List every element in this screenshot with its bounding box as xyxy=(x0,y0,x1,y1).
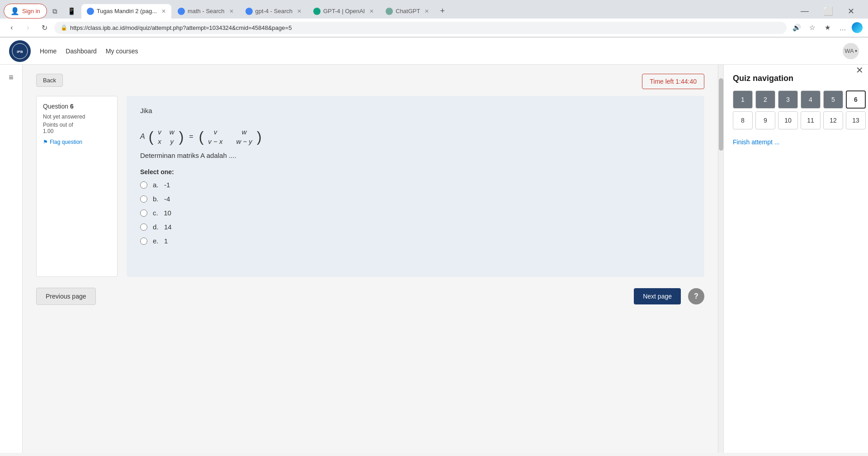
tab-openai-label: GPT-4 | OpenAI xyxy=(323,8,365,14)
nav-q1[interactable]: 1 xyxy=(733,90,753,109)
close-gpt4-tab[interactable]: ✕ xyxy=(297,8,302,14)
matrix-grid-right: v w v − x w − y xyxy=(205,126,255,147)
option-e[interactable]: e. 1 xyxy=(140,237,691,245)
prev-page-button[interactable]: Previous page xyxy=(36,288,96,305)
maximize-button[interactable]: ⬜ xyxy=(817,5,840,18)
nav-my-courses[interactable]: My courses xyxy=(106,48,138,55)
tab-gpt4-label: gpt-4 - Search xyxy=(255,8,292,14)
help-button[interactable]: ? xyxy=(688,288,704,304)
finish-attempt-link[interactable]: Finish attempt ... xyxy=(733,138,779,146)
question-prompt: Determinan matriks A adalah .... xyxy=(140,152,691,159)
close-math-tab[interactable]: ✕ xyxy=(229,8,234,14)
question-number: 6 xyxy=(70,103,74,110)
question-body: Jika A ( v w x y ) xyxy=(127,96,704,277)
question-layout: Question 6 Not yet answered Points out o… xyxy=(36,96,704,277)
tab-chatgpt[interactable]: ChatGPT ✕ xyxy=(380,4,434,19)
nav-home[interactable]: Home xyxy=(40,48,57,55)
tab-bar: 👤 Sign in ⧉ 📱 Tugas Mandiri 2 (pag... ✕ … xyxy=(0,0,868,19)
options-list: a. -1 b. -4 c. 10 d. 14 xyxy=(140,181,691,245)
left-paren-close: ) xyxy=(179,129,184,144)
nav-q6[interactable]: 6 xyxy=(846,90,866,109)
scrollbar-thumb[interactable] xyxy=(719,78,723,151)
gpt4-icon xyxy=(245,8,253,15)
option-a[interactable]: a. -1 xyxy=(140,181,691,189)
close-chatgpt-tab[interactable]: ✕ xyxy=(425,8,429,14)
site-nav: Home Dashboard My courses xyxy=(40,48,138,55)
tab-copy[interactable]: ⧉ xyxy=(48,5,62,18)
collections-icon[interactable]: ★ xyxy=(821,21,834,34)
nav-q2[interactable]: 2 xyxy=(755,90,775,109)
nav-q4[interactable]: 4 xyxy=(801,90,821,109)
nav-q5[interactable]: 5 xyxy=(823,90,843,109)
back-button[interactable]: Back xyxy=(36,74,63,87)
nav-q12[interactable]: 12 xyxy=(823,111,843,129)
cell-v: v xyxy=(158,128,161,136)
content-area: Back Time left 1:44:40 Question 6 Not ye… xyxy=(23,65,718,453)
favorites-icon[interactable]: ☆ xyxy=(806,21,818,34)
back-nav-button[interactable]: ‹ xyxy=(5,21,18,34)
dropdown-icon: ▾ xyxy=(855,48,857,53)
tab-signin[interactable]: 👤 Sign in xyxy=(4,4,47,19)
nav-q10[interactable]: 10 xyxy=(778,111,798,129)
cell-w2: w xyxy=(236,128,252,136)
nav-q9[interactable]: 9 xyxy=(755,111,775,129)
left-paren-open: ( xyxy=(149,129,154,144)
signin-label: Sign in xyxy=(22,8,40,14)
quiz-nav-grid: 1 2 3 4 5 6 7 8 9 10 11 12 13 14 xyxy=(733,90,859,129)
url-text: https://class.ipb.ac.id/mod/quiz/attempt… xyxy=(70,24,780,31)
tab-phone[interactable]: 📱 xyxy=(63,5,80,18)
select-label: Select one: xyxy=(140,168,691,176)
hamburger-icon[interactable]: ≡ xyxy=(5,69,17,86)
toolbar-right: 🔊 ☆ ★ … xyxy=(790,21,863,34)
option-b-label: b. -4 xyxy=(153,195,170,203)
tugas-icon xyxy=(87,8,94,15)
radio-d[interactable] xyxy=(140,223,147,231)
refresh-button[interactable]: ↻ xyxy=(38,21,51,34)
quiz-nav-title: Quiz navigation xyxy=(733,74,859,83)
new-tab-button[interactable]: + xyxy=(435,4,449,19)
tab-math[interactable]: math - Search ✕ xyxy=(172,4,239,19)
radio-a[interactable] xyxy=(140,181,147,189)
read-aloud-icon[interactable]: 🔊 xyxy=(790,21,803,34)
nav-q11[interactable]: 11 xyxy=(801,111,821,129)
close-window-button[interactable]: ✕ xyxy=(841,5,861,18)
nav-q8[interactable]: 8 xyxy=(733,111,753,129)
edge-logo xyxy=(852,22,863,33)
minimize-button[interactable]: — xyxy=(794,5,815,18)
nav-q3[interactable]: 3 xyxy=(778,90,798,109)
user-avatar[interactable]: WA ▾ xyxy=(843,43,859,59)
matrix-A: A xyxy=(140,133,145,141)
cell-vminusx: v − x xyxy=(208,138,222,145)
main-content: ≡ Back Time left 1:44:40 Question 6 Not … xyxy=(0,65,868,453)
close-openai-tab[interactable]: ✕ xyxy=(369,8,374,14)
question-status: Not yet answered xyxy=(43,114,111,120)
option-c-label: c. 10 xyxy=(153,209,171,217)
nav-q13[interactable]: 13 xyxy=(846,111,866,129)
tab-gpt4[interactable]: gpt-4 - Search ✕ xyxy=(240,4,307,19)
tab-tugas[interactable]: Tugas Mandiri 2 (pag... ✕ xyxy=(81,4,171,19)
matrix-left: ( v w x y ) xyxy=(149,126,184,147)
close-tugas-tab[interactable]: ✕ xyxy=(161,8,166,14)
radio-e[interactable] xyxy=(140,238,147,245)
forward-nav-button[interactable]: › xyxy=(22,21,34,34)
quiz-nav-panel: ✕ Quiz navigation 1 2 3 4 5 6 7 8 9 10 1… xyxy=(723,65,868,453)
radio-b[interactable] xyxy=(140,195,147,203)
flag-question-link[interactable]: ⚑ Flag question xyxy=(43,139,111,145)
more-menu-icon[interactable]: … xyxy=(836,21,849,34)
next-page-button[interactable]: Next page xyxy=(634,288,681,304)
sidebar-toggle[interactable]: ≡ xyxy=(0,65,23,453)
cell-x: x xyxy=(158,138,161,145)
radio-c[interactable] xyxy=(140,209,147,217)
site-logo: IPB xyxy=(9,40,31,62)
option-c[interactable]: c. 10 xyxy=(140,209,691,217)
close-nav-panel-button[interactable]: ✕ xyxy=(856,65,863,76)
option-d[interactable]: d. 14 xyxy=(140,223,691,231)
scrollbar-track[interactable] xyxy=(718,65,723,453)
url-bar[interactable]: 🔒 https://class.ipb.ac.id/mod/quiz/attem… xyxy=(54,22,787,34)
tab-openai[interactable]: GPT-4 | OpenAI ✕ xyxy=(308,4,379,19)
svg-text:IPB: IPB xyxy=(17,50,23,54)
nav-dashboard[interactable]: Dashboard xyxy=(66,48,97,55)
math-icon xyxy=(178,8,185,15)
option-b[interactable]: b. -4 xyxy=(140,195,691,203)
openai-icon xyxy=(313,8,321,15)
